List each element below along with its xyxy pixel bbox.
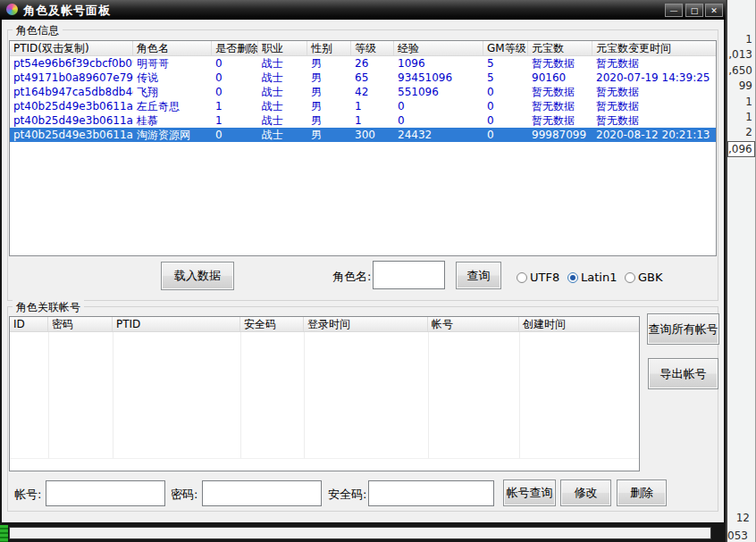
char-table-cell: 2020-08-12 20:21:13 [592,128,717,142]
char-table-col-7[interactable]: GM等级 [483,41,528,55]
char-table-cell: 暂无数据 [592,99,717,113]
char-table-col-6[interactable]: 经验 [394,41,483,55]
char-table-cell: 战士 [258,99,307,113]
account-input[interactable] [46,480,165,506]
char-table-cell: 1 [212,113,258,128]
bg-number: 99 [739,79,752,93]
radio-label: GBK [638,271,663,284]
char-table-header: PTID(双击复制)角色名是否删除职业性别等级经验GM等级元宝数元宝数变更时间 [10,41,716,56]
char-table-col-1[interactable]: 角色名 [133,41,212,55]
linked-accounts-group-label: 角色关联帐号 [13,300,84,315]
query-button[interactable]: 查询 [456,262,501,289]
char-table-col-5[interactable]: 等级 [351,41,394,55]
radio-utf8[interactable]: UTF8 [517,271,559,284]
char-table-cell: 男 [307,113,351,128]
query-all-accounts-button[interactable]: 查询所有帐号 [647,313,719,345]
char-table-col-4[interactable]: 性别 [307,41,351,55]
account-table-col-0[interactable]: ID [10,317,48,331]
char-table-cell: 90160 [528,71,592,85]
background-app-icon[interactable] [0,525,8,542]
account-table: ID密码PTID安全码登录时间帐号创建时间 [9,316,640,471]
char-table-cell: 战士 [258,113,307,128]
char-table-col-8[interactable]: 元宝数 [528,41,592,55]
char-table-row-1[interactable]: pt49171b0a89607e79ab传说0战士男65934510965901… [10,71,716,85]
char-table-cell: 传说 [133,71,212,85]
radio-gbk[interactable]: GBK [625,271,663,284]
char-table-cell: pt49171b0a89607e79ab [10,71,133,85]
table-gridline [240,332,241,458]
char-table-cell: 551096 [394,85,483,99]
char-table-cell: 1 [351,99,394,113]
account-table-col-2[interactable]: PTID [113,317,240,331]
char-table-row-2[interactable]: pt164b947ca5db8db4eb飞翔0战士男425510960暂无数据暂… [10,85,716,99]
char-table-cell: 暂无数据 [528,85,592,99]
char-table-col-2[interactable]: 是否删除 [212,41,258,55]
table-gridline [428,332,429,458]
table-gridline [48,332,49,458]
delete-button[interactable]: 删除 [617,479,667,506]
char-table-cell: 明哥哥 [133,56,212,71]
export-accounts-button[interactable]: 导出帐号 [648,358,718,389]
account-table-col-6[interactable]: 创建时间 [519,317,640,331]
load-data-button[interactable]: 载入数据 [161,262,234,290]
bg-number: 2 [745,125,752,139]
password-label: 密码: [171,487,197,503]
background-window-edge[interactable] [9,527,711,539]
bg-number: 1 [745,95,752,109]
char-table-col-9[interactable]: 元宝数变更时间 [592,41,717,55]
password-input[interactable] [202,480,322,506]
bg-number: ,096 [727,141,755,157]
char-table-cell: 飞翔 [133,85,212,99]
modify-button[interactable]: 修改 [560,479,611,506]
char-table-cell: 男 [307,99,351,113]
minimize-button[interactable]: — [665,4,683,17]
char-table-col-0[interactable]: PTID(双击复制) [10,41,133,55]
char-table-cell: 0 [483,99,528,113]
char-info-group-label: 角色信息 [13,23,63,38]
table-gridline [304,332,305,458]
char-table-cell: pt164b947ca5db8db4eb [10,85,133,99]
table-gridline [10,458,639,459]
char-table-cell: 0 [212,85,258,99]
account-table-col-5[interactable]: 帐号 [428,317,519,331]
char-table-row-5[interactable]: pt40b25d49e3b0611a7b淘游资源网0战士男30024432099… [10,128,716,142]
char-table-col-3[interactable]: 职业 [258,41,307,55]
background-window-sliver[interactable]: 1,013,65099112,096 12 053 [726,0,756,542]
maximize-button[interactable]: □ [685,4,703,17]
char-name-label: 角色名: [332,269,371,285]
char-table-cell: 暂无数据 [592,113,717,128]
account-table-col-4[interactable]: 登录时间 [304,317,428,331]
char-table-cell: 男 [307,56,351,71]
close-button[interactable]: ✕ [705,4,723,17]
char-table-cell: 5 [483,71,528,85]
char-name-input[interactable] [373,261,445,289]
char-table-cell: 暂无数据 [592,56,717,71]
char-table-cell: 0 [212,56,258,71]
char-table-row-4[interactable]: pt40b25d49e3b0611a7b桂慕1战士男100暂无数据暂无数据 [10,113,716,128]
account-table-col-3[interactable]: 安全码 [240,317,304,331]
char-table-row-3[interactable]: pt40b25d49e3b0611a7b左丘奇思1战士男100暂无数据暂无数据 [10,99,716,113]
safecode-label: 安全码: [328,487,366,503]
char-table-cell: 42 [351,85,394,99]
window-titlebar: 角色及帐号面板 — □ ✕ [0,0,726,20]
radio-latin1[interactable]: Latin1 [567,271,617,284]
bg-number: 1 [745,32,752,46]
char-table-cell: 战士 [258,85,307,99]
safecode-input[interactable] [368,480,494,506]
char-table-cell: 0 [212,71,258,85]
char-table-row-0[interactable]: pt54e96b6f39cbcf0b09明哥哥0战士男2610965暂无数据暂无… [10,56,716,71]
account-table-col-1[interactable]: 密码 [48,317,113,331]
char-table-cell: pt40b25d49e3b0611a7b [10,113,133,128]
bg-number-partial: 053 [727,529,748,542]
char-table-cell: pt54e96b6f39cbcf0b09 [10,56,133,71]
bg-number: ,650 [728,63,752,78]
account-query-button[interactable]: 帐号查询 [503,479,556,506]
char-table-cell: 0 [394,99,483,113]
char-table-cell: 0 [212,128,258,142]
account-table-header: ID密码PTID安全码登录时间帐号创建时间 [10,317,639,332]
radio-icon [517,272,527,283]
char-table-cell: 0 [483,128,528,142]
char-table-cell: 2020-07-19 14:39:25 [592,71,717,85]
char-table-cell: 男 [307,85,351,99]
char-table-cell: pt40b25d49e3b0611a7b [10,99,133,113]
